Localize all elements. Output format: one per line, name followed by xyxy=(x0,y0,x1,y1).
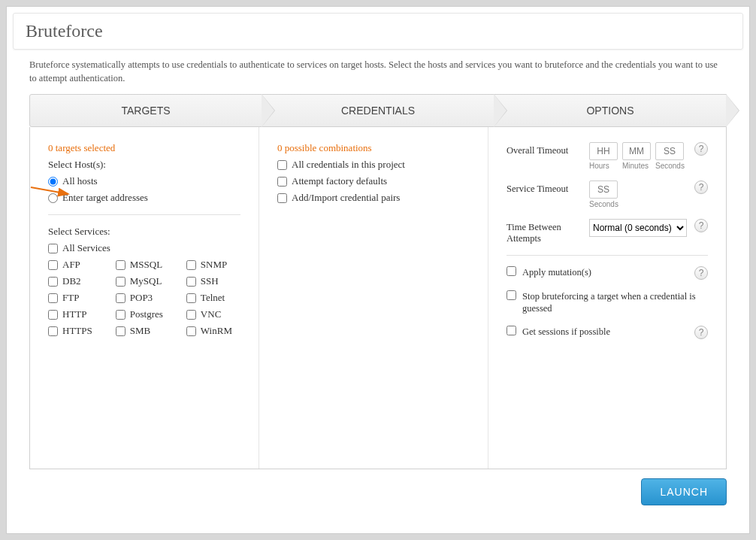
tab-options[interactable]: OPTIONS xyxy=(494,94,727,127)
checkbox-snmp[interactable] xyxy=(186,260,196,270)
page-title: Bruteforce xyxy=(26,21,103,41)
checkbox-factory-defaults[interactable] xyxy=(277,177,287,187)
service-timeout-ss[interactable] xyxy=(589,181,618,199)
checkbox-all-services-label: All Services xyxy=(62,242,110,254)
service-label: AFP xyxy=(62,259,80,271)
checkbox-ssh[interactable] xyxy=(186,277,196,287)
checkbox-http[interactable] xyxy=(48,310,58,320)
checkbox-all-credentials[interactable] xyxy=(277,160,287,170)
checkbox-apply-mutations[interactable] xyxy=(507,266,516,276)
service-label: VNC xyxy=(201,308,221,320)
help-icon[interactable]: ? xyxy=(694,266,708,280)
service-label: SSH xyxy=(201,275,219,287)
launch-button[interactable]: LAUNCH xyxy=(641,478,727,505)
checkbox-get-sessions[interactable] xyxy=(507,326,516,335)
radio-all-hosts-label: All hosts xyxy=(62,175,98,187)
services-grid: AFP MSSQL SNMP DB2 MySQL SSH FTP POP3 Te… xyxy=(48,259,240,337)
overall-timeout-mm[interactable] xyxy=(622,142,651,160)
service-label: FTP xyxy=(62,292,79,304)
service-label: HTTP xyxy=(62,308,87,320)
checkbox-all-credentials-label: All credentials in this project xyxy=(292,159,405,171)
divider xyxy=(507,255,708,256)
panel-options: Overall Timeout Hours Minutes Seconds xyxy=(488,127,726,469)
service-label: SNMP xyxy=(201,259,227,271)
checkbox-all-services[interactable] xyxy=(48,244,58,253)
time-between-label: Time Between Attempts xyxy=(507,219,582,244)
overall-timeout-label: Overall Timeout xyxy=(507,142,582,156)
checkbox-factory-defaults-label: Attempt factory defaults xyxy=(292,175,387,187)
checkbox-https[interactable] xyxy=(48,326,58,336)
checkbox-stop-on-guess[interactable] xyxy=(507,290,516,300)
stop-on-guess-label: Stop bruteforcing a target when a creden… xyxy=(522,290,708,315)
service-label: Postgres xyxy=(130,308,163,320)
checkbox-mssql[interactable] xyxy=(116,260,125,270)
checkbox-mysql[interactable] xyxy=(116,277,125,287)
checkbox-ftp[interactable] xyxy=(48,293,58,303)
help-icon[interactable]: ? xyxy=(694,142,708,156)
checkbox-vnc[interactable] xyxy=(186,310,196,320)
service-label: WinRM xyxy=(201,325,232,337)
step-tabs: TARGETS CREDENTIALS OPTIONS xyxy=(29,94,727,127)
checkbox-winrm[interactable] xyxy=(186,326,196,336)
service-timeout-label: Service Timeout xyxy=(507,181,582,195)
page-description: Bruteforce systematically attempts to us… xyxy=(29,59,727,85)
overall-timeout-ss[interactable] xyxy=(655,142,684,160)
select-services-label: Select Services: xyxy=(48,226,240,238)
radio-enter-addresses-label: Enter target addresses xyxy=(62,192,148,204)
help-icon[interactable]: ? xyxy=(694,326,708,339)
checkbox-pop3[interactable] xyxy=(116,293,125,303)
tab-targets[interactable]: TARGETS xyxy=(29,94,262,127)
checkbox-telnet[interactable] xyxy=(186,293,196,303)
service-label: HTTPS xyxy=(62,325,92,337)
radio-enter-addresses[interactable] xyxy=(48,193,58,203)
checkbox-import-pairs-label: Add/Import credential pairs xyxy=(292,192,400,204)
radio-all-hosts[interactable] xyxy=(48,177,58,187)
seconds-sublabel: Seconds xyxy=(589,200,618,208)
help-icon[interactable]: ? xyxy=(694,219,708,232)
service-label: MSSQL xyxy=(130,259,162,271)
apply-mutations-label: Apply mutation(s) xyxy=(522,266,688,278)
seconds-sublabel: Seconds xyxy=(655,162,685,170)
get-sessions-label: Get sessions if possible xyxy=(522,326,688,338)
panel-targets: 0 targets selected Select Host(s): All h… xyxy=(30,127,259,469)
page-header: Bruteforce xyxy=(13,13,743,50)
checkbox-afp[interactable] xyxy=(48,260,58,270)
tab-credentials[interactable]: CREDENTIALS xyxy=(262,94,494,127)
divider xyxy=(48,214,240,215)
credentials-status: 0 possible combinations xyxy=(277,142,470,154)
service-label: MySQL xyxy=(130,275,162,287)
minutes-sublabel: Minutes xyxy=(622,162,649,170)
overall-timeout-hh[interactable] xyxy=(589,142,618,160)
targets-status: 0 targets selected xyxy=(48,142,240,154)
footer: LAUNCH xyxy=(29,478,727,505)
checkbox-postgres[interactable] xyxy=(116,310,125,320)
checkbox-import-pairs[interactable] xyxy=(277,193,287,203)
service-label: SMB xyxy=(130,325,150,337)
service-label: Telnet xyxy=(201,292,225,304)
checkbox-db2[interactable] xyxy=(48,277,58,287)
checkbox-smb[interactable] xyxy=(116,326,125,336)
select-hosts-label: Select Host(s): xyxy=(48,159,240,171)
hours-sublabel: Hours xyxy=(589,162,609,170)
help-icon[interactable]: ? xyxy=(694,181,708,194)
service-label: DB2 xyxy=(62,275,81,287)
panel-credentials: 0 possible combinations All credentials … xyxy=(259,127,488,469)
time-between-dropdown[interactable]: Normal (0 seconds) xyxy=(589,219,687,237)
service-label: POP3 xyxy=(130,292,153,304)
